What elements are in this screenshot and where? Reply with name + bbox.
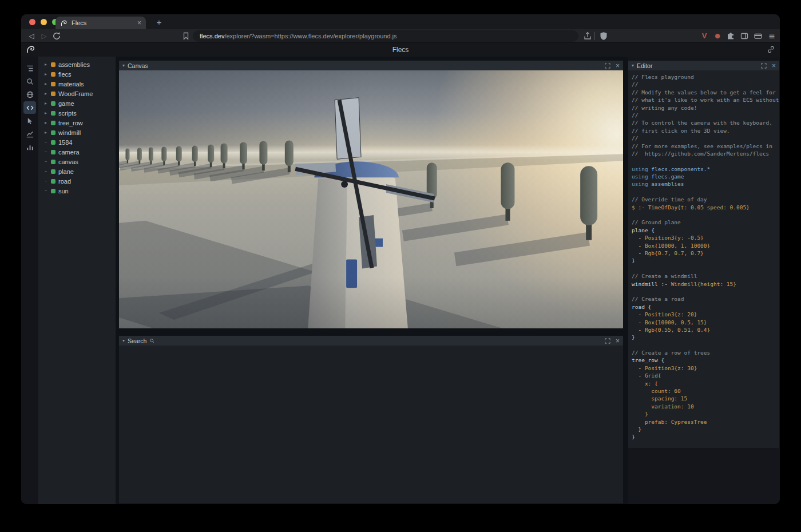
code-token: //: [632, 135, 638, 141]
code-token: tree_row {: [632, 357, 664, 363]
tree-item-label: canvas: [58, 158, 78, 165]
tree-item-tree_row[interactable]: ▸tree_row: [38, 118, 116, 128]
bookmark-icon[interactable]: [181, 31, 191, 41]
collapse-chevron-icon[interactable]: ▾: [122, 63, 125, 68]
code-token: using: [632, 181, 651, 187]
entity-color-square: [51, 189, 55, 193]
module-color-square: [51, 82, 55, 86]
tree-item-scripts[interactable]: ▸scripts: [38, 108, 116, 118]
window-minimize-button[interactable]: [41, 19, 47, 25]
code-token: Box{10000, 1, 10000}: [645, 243, 710, 249]
expand-chevron-icon[interactable]: ▸: [43, 81, 48, 86]
tree-item-game[interactable]: ▸game: [38, 98, 116, 108]
wallet-card-icon[interactable]: [754, 31, 763, 41]
menu-icon[interactable]: ≡: [767, 29, 777, 43]
module-color-square: [51, 62, 55, 67]
close-panel-icon[interactable]: ×: [772, 62, 776, 69]
code-token: }: [632, 257, 635, 264]
tree-item-1584[interactable]: –1584: [38, 137, 116, 147]
code-line: //: [632, 134, 778, 142]
search-results-area[interactable]: [119, 346, 623, 503]
fullscreen-icon: [605, 63, 610, 69]
code-token: //: [632, 81, 638, 88]
back-button[interactable]: ◁: [26, 29, 37, 43]
fullscreen-icon: [605, 338, 610, 344]
search-panel-header[interactable]: ▾ Search ×: [119, 336, 623, 346]
expand-chevron-icon[interactable]: ▸: [43, 130, 48, 135]
query-search-button[interactable]: [23, 75, 36, 88]
code-token: using: [632, 173, 651, 180]
tree-item-plane[interactable]: –plane: [38, 166, 116, 176]
metrics-button[interactable]: [23, 128, 36, 140]
shield-icon[interactable]: [599, 31, 608, 41]
vivaldi-extension-icon[interactable]: V: [700, 29, 709, 43]
reload-button[interactable]: [52, 31, 61, 41]
code-line: [632, 342, 778, 349]
code-token: Position3{z: 20}: [645, 311, 697, 317]
code-token: windmill :-: [632, 281, 671, 287]
tree-item-road[interactable]: –road: [38, 176, 116, 186]
expand-chevron-icon[interactable]: ▸: [43, 91, 48, 96]
code-token: -: [632, 319, 645, 325]
tree-item-flecs[interactable]: ▸flecs: [38, 69, 116, 79]
pointer-icon: [26, 117, 34, 125]
code-token: // Modify the values below to get a feel…: [632, 89, 776, 96]
editor-panel-header[interactable]: ▾ Editor ×: [628, 61, 779, 70]
code-line: windmill :- Windmill{height: 15}: [632, 280, 778, 288]
close-panel-icon[interactable]: ×: [616, 62, 620, 69]
expand-panel-button[interactable]: [605, 63, 610, 69]
code-token: // writing any code!: [632, 105, 697, 111]
statistics-button[interactable]: [23, 141, 36, 153]
world-view-button[interactable]: [23, 88, 36, 101]
inspect-button[interactable]: [23, 114, 36, 127]
expand-panel-button[interactable]: [605, 338, 610, 344]
browser-tab[interactable]: Flecs ×: [55, 17, 146, 29]
script-editor-button[interactable]: [23, 101, 36, 114]
canvas-3d-view[interactable]: [119, 70, 623, 328]
expand-chevron-icon[interactable]: ▸: [43, 120, 48, 125]
tree-item-canvas[interactable]: –canvas: [38, 157, 116, 166]
window-close-button[interactable]: [29, 19, 35, 25]
search-glass: [149, 338, 155, 344]
expand-chevron-icon[interactable]: ▸: [43, 110, 48, 116]
collapse-chevron-icon[interactable]: ▾: [122, 338, 125, 343]
leaf-marker: –: [43, 149, 48, 154]
close-panel-icon[interactable]: ×: [616, 338, 620, 344]
expand-panel-button[interactable]: [761, 63, 767, 69]
entity-color-square: [51, 130, 55, 135]
extension-dot-icon[interactable]: ●: [713, 29, 722, 43]
code-token: // To control the camera with the keyboa…: [632, 120, 772, 126]
tab-close-icon[interactable]: ×: [137, 19, 141, 26]
leaf-marker: –: [43, 188, 48, 193]
expand-chevron-icon[interactable]: ▸: [43, 101, 48, 106]
editor-code[interactable]: // Flecs playground//// Modify the value…: [628, 70, 779, 448]
collapse-chevron-icon[interactable]: ▾: [632, 63, 634, 68]
side-panel-icon[interactable]: [740, 31, 749, 41]
tree-item-sun[interactable]: –sun: [38, 186, 116, 196]
tree-view-button[interactable]: [23, 62, 36, 74]
search-panel: ▾ Search ×: [118, 335, 624, 504]
share-icon[interactable]: [583, 31, 592, 41]
share-link-icon[interactable]: [767, 45, 775, 54]
leaf-marker: –: [43, 169, 48, 174]
expand-chevron-icon[interactable]: ▸: [43, 72, 48, 77]
canvas-panel-header[interactable]: ▾ Canvas ×: [119, 61, 623, 70]
code-token: Grid{: [645, 372, 661, 379]
tree-item-assemblies[interactable]: ▸assemblies: [38, 59, 116, 69]
code-token: spacing: 15: [632, 395, 687, 402]
extensions-puzzle-icon[interactable]: [726, 31, 735, 41]
new-tab-button[interactable]: +: [153, 16, 165, 29]
address-bar[interactable]: flecs.dev/explorer/?wasm=https://www.fle…: [193, 30, 578, 42]
forward-button[interactable]: ▷: [38, 29, 50, 43]
tree-item-materials[interactable]: ▸materials: [38, 79, 116, 89]
app-header: Flecs: [21, 43, 780, 57]
code-line: - Position3{z: 20}: [632, 311, 778, 318]
tree-item-label: windmill: [58, 129, 81, 136]
code-line: [632, 188, 778, 196]
code-token: // what it's like to work with an ECS wi…: [632, 97, 779, 103]
tree-item-WoodFrame[interactable]: ▸WoodFrame: [38, 89, 116, 98]
leaf-marker: –: [43, 159, 48, 164]
expand-chevron-icon[interactable]: ▸: [43, 62, 48, 67]
tree-item-windmill[interactable]: ▸windmill: [38, 128, 116, 137]
tree-item-camera[interactable]: –camera: [38, 147, 116, 157]
